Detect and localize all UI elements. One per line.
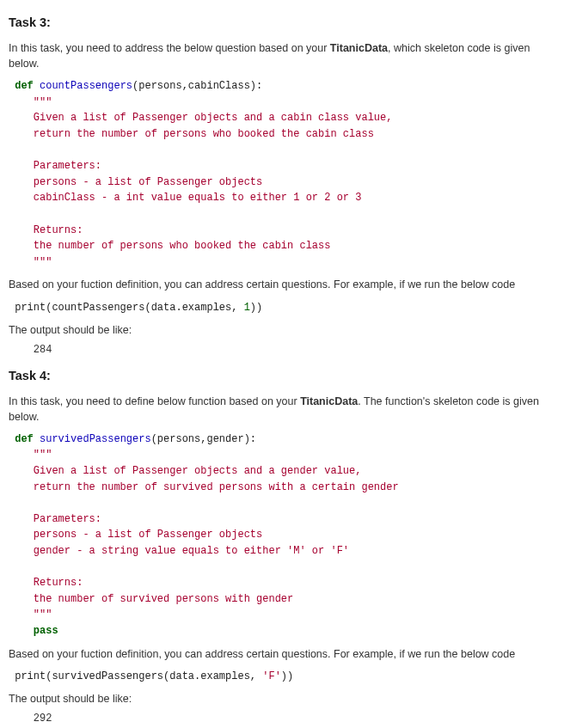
docstring-line: persons - a list of Passenger objects (9, 529, 262, 541)
task3-call-block: print(countPassengers(data.examples, 1)) (9, 298, 555, 318)
call-arg: 'F' (262, 670, 281, 682)
docstring-line: Given a list of Passenger objects and a … (9, 465, 361, 477)
task3-intro-pre: In this task, you need to address the be… (9, 42, 330, 54)
task4-based-text: Based on your fuction definition, you ca… (9, 646, 555, 662)
task4-intro-pre: In this task, you need to define below f… (9, 395, 300, 407)
docstring-line: return the number of survived persons wi… (9, 481, 399, 493)
task4-output-label: The output should be like: (9, 691, 555, 707)
docstring-line: Parameters: (9, 160, 101, 172)
task3-based-text: Based on your fuction definition, you ca… (9, 277, 555, 292)
docstring-line: """ (9, 449, 52, 461)
pass-keyword: pass (9, 625, 58, 637)
call-suffix: )) (250, 302, 262, 314)
task4-call-block: print(survivedPassengers(data.examples, … (9, 667, 555, 687)
docstring-line: the number of persons who booked the cab… (9, 240, 330, 252)
call-arg: 1 (244, 302, 250, 314)
task3-intro: In this task, you need to address the be… (9, 40, 555, 71)
docstring-line: the number of survived persons with gend… (9, 593, 293, 605)
docstring-line: persons - a list of Passenger objects (9, 176, 262, 188)
docstring-line: Returns: (9, 577, 83, 589)
docstring-line: cabinClass - a int value equals to eithe… (9, 192, 361, 204)
docstring-line: """ (9, 609, 52, 621)
call-suffix: )) (281, 670, 293, 682)
docstring-line: Parameters: (9, 513, 101, 525)
fn-name: countPassengers (40, 80, 132, 92)
task4-intro: In this task, you need to define below f… (9, 394, 555, 425)
task4-intro-bold: TitanicData (300, 395, 358, 407)
task3-output-label: The output should be like: (9, 322, 555, 338)
task3-code-block: def countPassengers(persons,cabinClass):… (9, 76, 555, 272)
docstring-line: gender - a string value equals to either… (9, 545, 349, 557)
task3-output: 284 (9, 343, 555, 358)
docstring-line: Returns: (9, 224, 83, 236)
kw-def: def (15, 80, 34, 92)
task4-code-block: def survivedPassengers(persons,gender): … (9, 430, 555, 641)
fn-params: (persons,cabinClass): (132, 80, 262, 92)
docstring-line: """ (9, 96, 52, 108)
task4-output: 292 (9, 712, 555, 726)
task3-heading: Task 3: (9, 14, 555, 32)
task4-heading: Task 4: (9, 367, 555, 385)
call-prefix: print(survivedPassengers(data.examples, (9, 670, 262, 682)
docstring-line: Given a list of Passenger objects and a … (9, 112, 392, 124)
fn-name: survivedPassengers (40, 433, 151, 445)
fn-params: (persons,gender): (151, 433, 256, 445)
call-prefix: print(countPassengers(data.examples, (9, 302, 244, 314)
task3-intro-bold: TitanicData (330, 42, 388, 54)
docstring-line: """ (9, 256, 52, 268)
kw-def: def (15, 433, 34, 445)
docstring-line: return the number of persons who booked … (9, 128, 374, 140)
